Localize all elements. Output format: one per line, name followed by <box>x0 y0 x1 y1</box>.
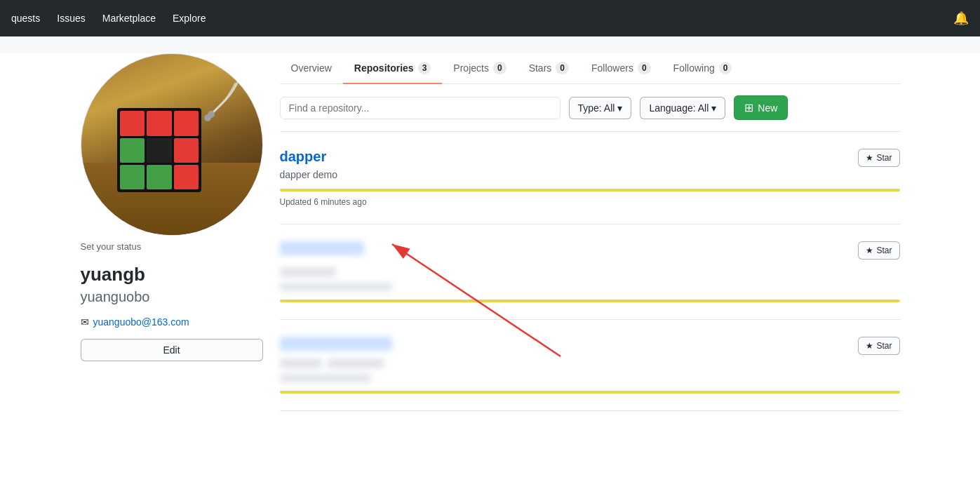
sidebar: 😊 Set your status yuangb yuanguobo ✉ yua… <box>81 53 263 411</box>
star-icon: ★ <box>866 246 873 255</box>
type-filter-button[interactable]: Type: All ▾ <box>569 97 632 119</box>
tab-overview[interactable]: Overview <box>280 53 343 84</box>
status-smiley-icon[interactable]: 😊 <box>87 210 107 229</box>
list-item: ★ Star <box>280 320 900 411</box>
language-filter-button[interactable]: Language: All ▾ <box>640 97 725 119</box>
repo-description: dapper demo <box>280 169 338 180</box>
user-display-name: yuangb <box>81 263 263 286</box>
repositories-count: 3 <box>418 62 431 74</box>
followers-count: 0 <box>638 62 651 74</box>
edit-profile-button[interactable]: Edit <box>81 339 263 361</box>
language-bar <box>280 189 900 192</box>
list-item: ★ Star <box>280 224 900 320</box>
nav-item-quests[interactable]: quests <box>11 13 40 24</box>
email-icon: ✉ <box>81 316 89 328</box>
repo-controls: Type: All ▾ Language: All ▾ ⊞ New <box>280 84 900 131</box>
following-count: 0 <box>719 62 732 74</box>
star-icon: ★ <box>866 341 873 351</box>
plus-icon: ⊞ <box>744 101 753 114</box>
email-link[interactable]: yuanguobo@163.com <box>93 316 189 328</box>
nav-item-issues[interactable]: Issues <box>57 13 85 24</box>
language-bar <box>280 300 900 302</box>
tab-stars[interactable]: Stars 0 <box>518 53 580 84</box>
search-input[interactable] <box>280 97 561 119</box>
repo-name-link[interactable]: dapper <box>280 149 327 164</box>
nav-item-marketplace[interactable]: Marketplace <box>102 13 156 24</box>
list-item: dapper dapper demo ★ Star Updated 6 minu… <box>280 132 900 224</box>
main-container: 😊 Set your status yuangb yuanguobo ✉ yua… <box>69 53 911 411</box>
star-button[interactable]: ★ Star <box>858 149 899 167</box>
repo-desc-blurred <box>280 267 336 277</box>
chevron-down-icon: ▾ <box>617 102 622 114</box>
repo-name-blurred <box>280 241 364 255</box>
tab-followers[interactable]: Followers 0 <box>580 53 662 84</box>
set-status-link[interactable]: Set your status <box>81 241 263 252</box>
notification-bell-icon[interactable]: 🔔 <box>953 11 969 26</box>
new-repo-button[interactable]: ⊞ New <box>734 95 788 120</box>
language-bar <box>280 391 900 394</box>
star-button[interactable]: ★ Star <box>858 337 899 355</box>
repo-meta: Updated 6 minutes ago <box>280 197 900 207</box>
user-handle: yuanguobo <box>81 289 263 305</box>
repo-meta-blurred <box>280 374 371 382</box>
email-row: ✉ yuanguobo@163.com <box>81 316 263 328</box>
repo-tag2-blurred <box>328 358 384 368</box>
stars-count: 0 <box>556 62 569 74</box>
navbar: quests Issues Marketplace Explore 🔔 <box>0 0 980 36</box>
chevron-down-icon: ▾ <box>711 102 716 114</box>
repo-tag-blurred <box>280 358 322 368</box>
projects-count: 0 <box>493 62 506 74</box>
nav-item-explore[interactable]: Explore <box>173 13 206 24</box>
repo-updated: Updated 6 minutes ago <box>280 197 367 207</box>
content-area: Overview Repositories 3 Projects 0 Stars… <box>280 53 900 411</box>
svg-point-1 <box>204 114 211 121</box>
tab-repositories[interactable]: Repositories 3 <box>343 53 443 84</box>
repo-name-blurred <box>280 337 392 351</box>
tab-following[interactable]: Following 0 <box>662 53 744 84</box>
profile-tabs: Overview Repositories 3 Projects 0 Stars… <box>280 53 900 84</box>
star-icon: ★ <box>866 153 873 163</box>
repo-list: dapper dapper demo ★ Star Updated 6 minu… <box>280 131 900 411</box>
tab-projects[interactable]: Projects 0 <box>442 53 517 84</box>
repo-meta-blurred <box>280 283 392 291</box>
star-button[interactable]: ★ Star <box>858 241 899 260</box>
avatar: 😊 <box>81 53 263 236</box>
